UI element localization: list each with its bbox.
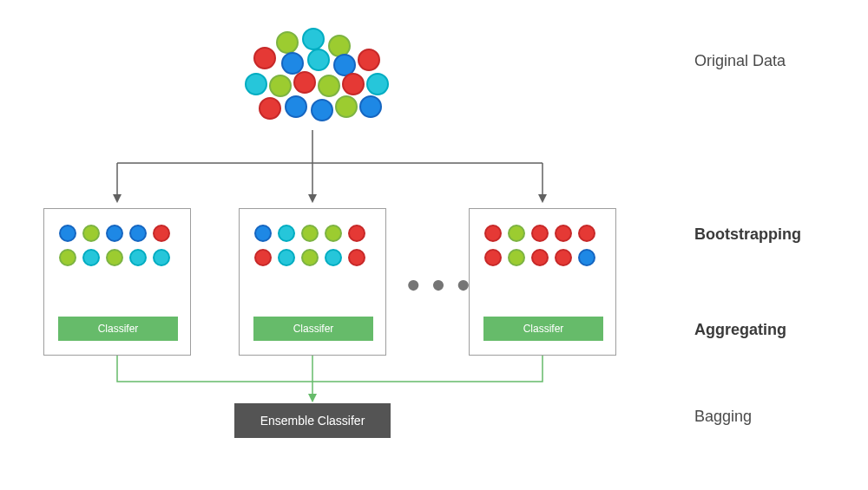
- stage-label-original: Original Data: [694, 52, 786, 70]
- data-point: [269, 75, 292, 97]
- ellipsis-icon: ● ● ●: [406, 271, 472, 298]
- data-point: [254, 249, 272, 266]
- data-point: [311, 99, 333, 121]
- data-point: [59, 225, 76, 242]
- data-point: [508, 249, 525, 266]
- data-point: [82, 249, 100, 266]
- stage-label-bagging: Bagging: [694, 408, 752, 426]
- data-point: [106, 249, 123, 266]
- data-point: [325, 249, 342, 266]
- data-point: [484, 225, 502, 242]
- data-point: [342, 73, 365, 95]
- data-point: [301, 249, 319, 266]
- data-point: [245, 73, 267, 95]
- ensemble-classifier: Ensemble Classifer: [234, 403, 391, 438]
- data-point: [278, 225, 295, 242]
- data-point: [293, 71, 316, 94]
- data-point: [531, 225, 549, 242]
- data-point: [259, 97, 281, 120]
- data-point: [578, 225, 595, 242]
- data-point: [348, 249, 365, 266]
- data-point: [555, 249, 572, 266]
- data-point: [153, 249, 170, 266]
- data-point: [555, 225, 572, 242]
- data-point: [359, 95, 382, 118]
- data-point: [335, 95, 358, 118]
- stage-label-aggregating: Aggregating: [694, 321, 786, 339]
- data-point: [318, 75, 340, 97]
- data-point: [325, 225, 342, 242]
- classifier-box-2: Classifer: [253, 317, 373, 341]
- classifier-box-1: Classifer: [58, 317, 178, 341]
- data-point: [578, 249, 595, 266]
- data-point: [358, 49, 380, 71]
- data-point: [484, 249, 502, 266]
- data-point: [129, 249, 147, 266]
- classifier-box-n: Classifer: [483, 317, 603, 341]
- data-point: [531, 249, 549, 266]
- stage-label-bootstrapping: Bootstrapping: [694, 225, 801, 244]
- data-point: [508, 225, 525, 242]
- bootstrap-sample-n: Classifer: [469, 208, 616, 356]
- data-point: [59, 249, 76, 266]
- bootstrap-sample-2: Classifer: [239, 208, 386, 356]
- original-data-cluster: [243, 26, 391, 130]
- data-point: [253, 47, 276, 69]
- data-point: [301, 225, 319, 242]
- data-point: [129, 225, 147, 242]
- data-point: [348, 225, 365, 242]
- data-point: [106, 225, 123, 242]
- data-point: [82, 225, 100, 242]
- data-point: [276, 31, 299, 54]
- data-point: [366, 73, 389, 95]
- data-point: [285, 95, 307, 118]
- data-point: [254, 225, 272, 242]
- data-point: [302, 28, 325, 50]
- data-point: [153, 225, 170, 242]
- data-point: [278, 249, 295, 266]
- data-point: [307, 49, 330, 71]
- bootstrap-sample-1: Classifer: [43, 208, 191, 356]
